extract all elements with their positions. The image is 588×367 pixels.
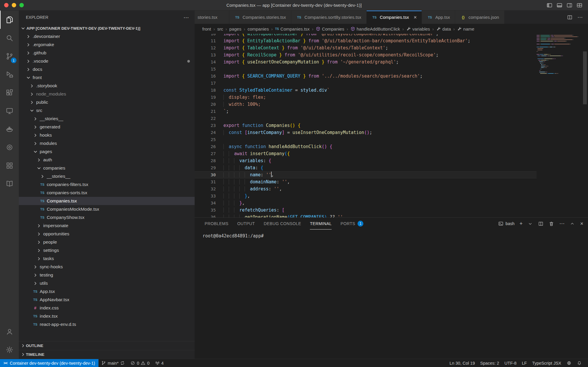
panel-tab-debug-console[interactable]: DEBUG CONSOLE xyxy=(264,218,301,229)
code-line-34[interactable]: 34 }, xyxy=(195,200,537,207)
file-item-Companies.tsx[interactable]: TSCompanies.tsx xyxy=(19,197,195,205)
folder-item-testing[interactable]: testing xyxy=(19,271,195,279)
minimize-window-button[interactable] xyxy=(12,3,16,7)
activity-accounts[interactable] xyxy=(0,322,19,341)
file-item-CompaniesMockMode.tsx[interactable]: TSCompaniesMockMode.tsx xyxy=(19,205,195,213)
shell-selector[interactable]: bash xyxy=(498,221,514,227)
activity-grid[interactable] xyxy=(0,156,19,175)
folder-item-docs[interactable]: docs xyxy=(19,65,195,73)
breadcrumb-companies-folder[interactable]: companies xyxy=(248,26,269,31)
tab-companies-sortby-stories[interactable]: TS Companies.sortBy.stories.tsx xyxy=(291,11,367,24)
activity-docker[interactable] xyxy=(0,120,19,138)
scrollbar-thumb[interactable] xyxy=(583,51,587,104)
code-line-23[interactable]: 23export function Companies() { xyxy=(195,122,537,129)
folder-item-.vscode[interactable]: .vscode xyxy=(19,57,195,65)
folder-item-settings[interactable]: settings xyxy=(19,246,195,254)
encoding-setting[interactable]: UTF-8 xyxy=(502,359,519,367)
code-line-36[interactable]: 36 getOperationName(GET_COMPANIES) ?? ''… xyxy=(195,214,537,217)
panel-tab-ports[interactable]: PORTS1 xyxy=(340,218,363,229)
folder-item-.github[interactable]: .github xyxy=(19,49,195,57)
split-terminal-icon[interactable] xyxy=(538,221,544,227)
folder-item-pages[interactable]: pages xyxy=(19,148,195,156)
timeline-section[interactable]: TIMELINE xyxy=(19,350,195,359)
file-item-CompanyShow.tsx[interactable]: TSCompanyShow.tsx xyxy=(19,213,195,222)
panel-tab-terminal[interactable]: TERMINAL xyxy=(310,218,332,229)
breadcrumb-symbol-handleaddbuttonclick[interactable]: handleAddButtonClick xyxy=(350,26,400,31)
close-panel-icon[interactable]: × xyxy=(580,221,583,226)
activity-explorer[interactable] xyxy=(0,11,19,29)
tab-companies-stories[interactable]: TS Companies.stories.tsx xyxy=(229,11,291,24)
notifications[interactable] xyxy=(574,359,584,367)
branch-status[interactable]: main* xyxy=(98,359,128,367)
tab-app-tsx[interactable]: TS App.tsx xyxy=(422,11,455,24)
code-line-19[interactable]: 19 display: flex; xyxy=(195,94,537,101)
toggle-panel-icon[interactable] xyxy=(556,2,563,9)
file-item-index.tsx[interactable]: TSindex.tsx xyxy=(19,312,195,320)
code-line-22[interactable]: 22 xyxy=(195,115,537,122)
file-item-react-app-env.d.ts[interactable]: TSreact-app-env.d.ts xyxy=(19,320,195,329)
code-line-16[interactable]: 16import { SEARCH_COMPANY_QUERY } from '… xyxy=(195,73,537,80)
folder-item-__stories__[interactable]: __stories__ xyxy=(19,115,195,123)
folder-item-public[interactable]: public xyxy=(19,98,195,106)
chevron-down-icon[interactable] xyxy=(527,221,533,227)
activity-run-debug[interactable] xyxy=(0,65,19,83)
folder-item-tasks[interactable]: tasks xyxy=(19,254,195,263)
panel-tab-output[interactable]: OUTPUT xyxy=(237,218,255,229)
activity-search[interactable] xyxy=(0,29,19,47)
folder-item-.devcontainer[interactable]: .devcontainer xyxy=(19,32,195,41)
problems-status[interactable]: 0 0 xyxy=(128,359,152,367)
code-line-20[interactable]: 20 width: 100%; xyxy=(195,101,537,108)
outline-section[interactable]: OUTLINE xyxy=(19,341,195,350)
tab-companies-tsx[interactable]: TS Companies.tsx × xyxy=(367,11,422,24)
more-actions-icon[interactable]: ⋯ xyxy=(183,14,189,21)
breadcrumb-front[interactable]: front xyxy=(202,26,211,31)
folder-item-.storybook[interactable]: .storybook xyxy=(19,82,195,90)
code-line-33[interactable]: 33 }, xyxy=(195,192,537,200)
editor-scrollbar[interactable] xyxy=(582,34,588,217)
close-tab-icon[interactable]: × xyxy=(414,15,417,20)
code-line-21[interactable]: 21`; xyxy=(195,108,537,115)
code-line-28[interactable]: 28 variables: { xyxy=(195,157,537,164)
minimap[interactable] xyxy=(537,34,582,217)
folder-item-opportunities[interactable]: opportunities xyxy=(19,230,195,238)
file-item-index.css[interactable]: #index.css xyxy=(19,304,195,312)
code-line-27[interactable]: 27 await insertCompany({ xyxy=(195,150,537,157)
code-line-14[interactable]: 14import { useInsertOneCompanyMutation }… xyxy=(195,58,537,66)
indentation-setting[interactable]: Spaces: 2 xyxy=(477,359,502,367)
code-line-26[interactable]: 26 async function handleAddButtonClick()… xyxy=(195,143,537,150)
new-terminal-icon[interactable]: + xyxy=(519,221,523,226)
file-item-AppNavbar.tsx[interactable]: TSAppNavbar.tsx xyxy=(19,296,195,304)
code-line-12[interactable]: 12import { TableContext } from '@/ui/tab… xyxy=(195,44,537,51)
code-line-25[interactable]: 25 xyxy=(195,136,537,143)
folder-item-src[interactable]: src xyxy=(19,106,195,115)
file-item-companies-sorts.tsx[interactable]: TScompanies-sorts.tsx xyxy=(19,189,195,197)
close-window-button[interactable] xyxy=(4,3,9,7)
terminal-content[interactable]: root@0a42ecd84891:/app# xyxy=(195,229,588,359)
breadcrumb-symbol-variables[interactable]: variables xyxy=(406,26,430,31)
cursor-position[interactable]: Ln 30, Col 19 xyxy=(447,359,477,367)
folder-item-node_modules[interactable]: node_modules xyxy=(19,90,195,98)
breadcrumb-pages[interactable]: pages xyxy=(229,26,241,31)
more-actions-icon[interactable]: ⋯ xyxy=(559,221,564,226)
breadcrumb-file[interactable]: TSCompanies.tsx xyxy=(275,26,310,31)
language-mode[interactable]: TypeScript JSX xyxy=(529,359,564,367)
activity-target[interactable] xyxy=(0,138,19,156)
folder-item-impersonate[interactable]: impersonate xyxy=(19,222,195,230)
tab-companies-json[interactable]: {} companies.json xyxy=(455,11,504,24)
folder-item-auth[interactable]: auth xyxy=(19,156,195,164)
remote-indicator[interactable]: >< Container dev-twenty-dev (dev-twenty-… xyxy=(0,359,98,367)
activity-extensions[interactable] xyxy=(0,83,19,102)
workspace-section-header[interactable]: APP [CONTAINER DEV-TWENTY-DEV (DEV-TWENT… xyxy=(19,24,195,32)
folder-item-modules[interactable]: modules xyxy=(19,139,195,148)
split-editor-icon[interactable] xyxy=(567,14,573,20)
tab-stories-partial[interactable]: stories.tsx xyxy=(195,11,229,24)
code-line-35[interactable]: 35 refetchQueries: [ xyxy=(195,207,537,214)
code-line-30[interactable]: 30 name: '', xyxy=(195,171,537,178)
eol-setting[interactable]: LF xyxy=(519,359,529,367)
code-line-32[interactable]: 32 address: '', xyxy=(195,185,537,192)
code-line-18[interactable]: 18const StyledTableContainer = styled.di… xyxy=(195,87,537,94)
zoom-window-button[interactable] xyxy=(19,3,24,7)
kill-terminal-icon[interactable] xyxy=(549,221,554,227)
customize-layout-icon[interactable] xyxy=(576,2,583,9)
code-line-10[interactable]: 10import { WithTopBarContainer } from '@… xyxy=(195,34,537,37)
